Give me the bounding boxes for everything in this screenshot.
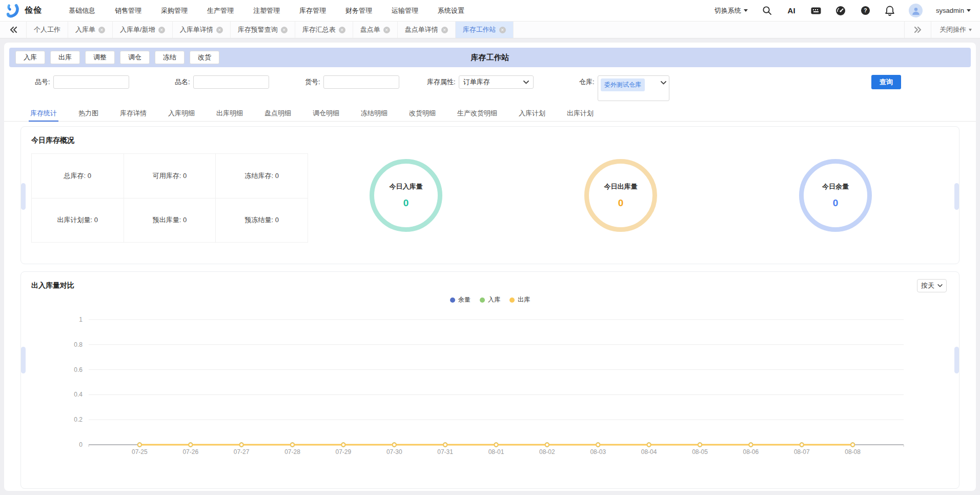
tab-close-icon[interactable]: × — [216, 27, 223, 33]
item-no-label: 品号: — [35, 75, 50, 89]
subtab[interactable]: 库存统计 — [19, 109, 68, 121]
search-button[interactable]: 查询 — [871, 75, 901, 89]
top-menu-item[interactable]: 基础信息 — [69, 6, 95, 15]
tab-close-icon[interactable]: × — [441, 27, 448, 33]
gauge-value: 0 — [403, 197, 409, 209]
stock-attr-value: 订单库存 — [463, 77, 490, 87]
legend-label: 入库 — [488, 295, 500, 304]
keyboard-icon[interactable] — [810, 5, 822, 16]
stock-attr-label: 库存属性: — [427, 75, 456, 89]
warehouse-label: 仓库: — [579, 75, 595, 89]
close-operations-dropdown[interactable]: 关闭操作 — [931, 22, 980, 38]
subtab[interactable]: 改货明细 — [398, 109, 446, 121]
panel-left-handle[interactable] — [21, 347, 26, 373]
overview-title: 今日库存概况 — [31, 136, 74, 145]
action-button[interactable]: 出库 — [50, 51, 80, 64]
open-tab[interactable]: 入库单/新增× — [113, 22, 173, 38]
subtab[interactable]: 库存详情 — [109, 109, 157, 121]
tab-close-icon[interactable]: × — [158, 27, 165, 33]
legend-label: 余量 — [458, 295, 471, 304]
subtab[interactable]: 入库计划 — [508, 109, 556, 121]
gauge-value: 0 — [833, 197, 839, 209]
top-menu-item[interactable]: 注塑管理 — [253, 6, 280, 15]
open-tab[interactable]: 库存工作站× — [456, 22, 514, 38]
warehouse-selected-chip[interactable]: 委外测试仓库 — [601, 78, 645, 91]
gauge-circle: 今日出库量0 — [584, 159, 657, 232]
open-tab[interactable]: 库存预警查询× — [231, 22, 295, 38]
open-tab[interactable]: 盘点单详情× — [398, 22, 456, 38]
legend-item[interactable]: 出库 — [509, 295, 530, 304]
scroll-tabs-left-icon[interactable] — [0, 22, 27, 38]
action-button[interactable]: 调整 — [85, 51, 115, 64]
panel-right-handle[interactable] — [954, 183, 959, 210]
switch-system-dropdown[interactable]: 切换系统 — [714, 6, 748, 15]
top-menu-item[interactable]: 运输管理 — [392, 6, 418, 15]
scroll-tabs-right-icon[interactable] — [904, 22, 931, 38]
chevron-down-icon — [523, 81, 529, 84]
open-tab[interactable]: 库存汇总表× — [295, 22, 353, 38]
user-avatar[interactable] — [909, 4, 923, 17]
top-menu-item[interactable]: 销售管理 — [115, 6, 141, 15]
open-tab[interactable]: 个人工作 — [27, 22, 68, 38]
subtab[interactable]: 入库明细 — [157, 109, 206, 121]
svg-text:08-08: 08-08 — [845, 448, 861, 456]
open-tab[interactable]: 入库单× — [68, 22, 113, 38]
search-icon[interactable] — [761, 5, 772, 16]
tab-close-icon[interactable]: × — [281, 27, 288, 33]
svg-text:0.8: 0.8 — [74, 341, 83, 348]
subtab[interactable]: 生产改货明细 — [446, 109, 508, 121]
subtab[interactable]: 出库计划 — [556, 109, 604, 121]
item-no-input[interactable] — [53, 75, 129, 89]
tab-close-icon[interactable]: × — [499, 27, 506, 33]
panel-left-handle[interactable] — [21, 183, 26, 210]
open-tab[interactable]: 盘点单× — [353, 22, 398, 38]
period-select[interactable]: 按天 — [917, 279, 947, 292]
svg-text:0.6: 0.6 — [74, 366, 83, 373]
tab-close-icon[interactable]: × — [339, 27, 345, 33]
action-toolbar: 库存工作站 入库出库调整调仓冻结改货 — [9, 48, 971, 67]
subtab[interactable]: 出库明细 — [206, 109, 254, 121]
gauge-value: 0 — [618, 197, 624, 209]
action-button[interactable]: 冻结 — [155, 51, 185, 64]
stock-attr-select[interactable]: 订单库存 — [459, 75, 534, 89]
top-menu-item[interactable]: 系统设置 — [438, 6, 464, 15]
open-tab-label: 库存汇总表 — [302, 25, 336, 34]
subtab[interactable]: 冻结明细 — [350, 109, 398, 121]
tab-close-icon[interactable]: × — [383, 27, 390, 33]
bell-icon[interactable] — [884, 5, 895, 16]
close-operations-label: 关闭操作 — [940, 25, 966, 34]
svg-text:?: ? — [864, 8, 867, 13]
top-menu-item[interactable]: 库存管理 — [299, 6, 326, 15]
dashboard-gauge-icon[interactable] — [835, 5, 846, 16]
caret-down-icon — [744, 9, 748, 12]
legend-item[interactable]: 入库 — [480, 295, 500, 304]
action-button[interactable]: 入库 — [15, 51, 45, 64]
in-out-comparison-card: 00.20.40.60.8107-2507-2607-2707-2807-290… — [21, 271, 959, 489]
line-chart: 00.20.40.60.8107-2507-2607-2707-2807-290… — [21, 272, 960, 487]
action-button[interactable]: 调仓 — [120, 51, 150, 64]
filter-bar: 品号: 品名: 货号: 库存属性: 订单库存 仓库: 委外测试仓库 查询 — [4, 67, 976, 109]
panel-right-handle[interactable] — [954, 347, 959, 373]
top-menu-item[interactable]: 生产管理 — [207, 6, 234, 15]
help-icon[interactable]: ? — [860, 5, 871, 16]
ai-icon[interactable]: AI — [786, 5, 797, 16]
brand-name: 俭俭 — [25, 5, 42, 16]
svg-text:08-03: 08-03 — [590, 448, 606, 456]
open-tab-label: 个人工作 — [34, 25, 60, 34]
warehouse-multiselect[interactable]: 委外测试仓库 — [598, 75, 669, 101]
goods-no-input[interactable] — [323, 75, 399, 89]
subtab[interactable]: 盘点明细 — [254, 109, 302, 121]
open-tab[interactable]: 入库单详情× — [173, 22, 231, 38]
svg-text:0.2: 0.2 — [74, 416, 83, 423]
top-menu-item[interactable]: 采购管理 — [161, 6, 188, 15]
tab-close-icon[interactable]: × — [98, 27, 105, 33]
top-menu-item[interactable]: 财务管理 — [345, 6, 372, 15]
overview-stat: 冻结库存: 0 — [216, 154, 308, 199]
subtab[interactable]: 热力图 — [68, 109, 109, 121]
svg-text:07-30: 07-30 — [386, 448, 402, 456]
legend-item[interactable]: 余量 — [450, 295, 471, 304]
subtab[interactable]: 调仓明细 — [302, 109, 350, 121]
action-button[interactable]: 改货 — [190, 51, 219, 64]
username-dropdown[interactable]: sysadmin — [936, 7, 971, 14]
item-name-input[interactable] — [193, 75, 269, 89]
